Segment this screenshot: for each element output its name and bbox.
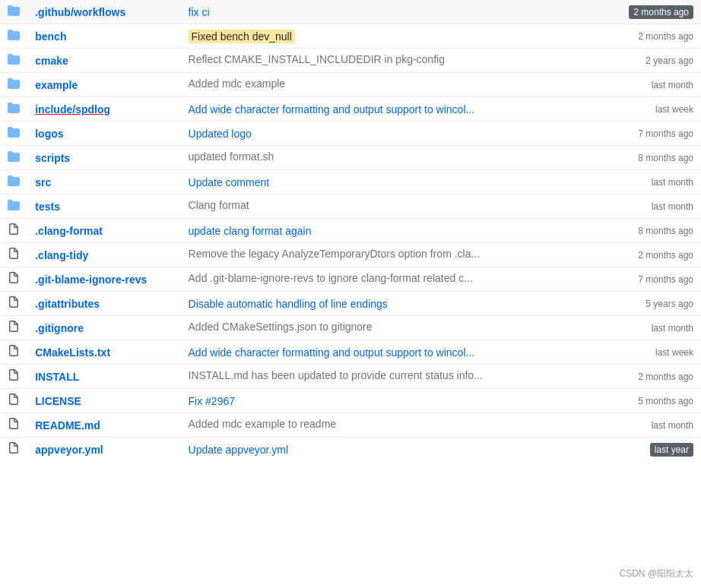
commit-message-cell: Updated logo <box>181 122 610 146</box>
commit-message-link[interactable]: Update comment <box>189 176 270 188</box>
file-name-cell[interactable]: CMakeLists.txt <box>27 340 180 365</box>
file-name-cell[interactable]: .clang-format <box>27 219 180 243</box>
commit-message-cell: fix ci <box>181 0 610 24</box>
file-name-link[interactable]: README.md <box>35 419 100 432</box>
file-name-link[interactable]: src <box>35 176 51 188</box>
file-name-link[interactable]: .git-blame-ignore-revs <box>35 273 147 286</box>
file-name-cell[interactable]: .gitattributes <box>27 292 180 316</box>
table-row: srcUpdate commentlast month <box>0 170 701 194</box>
file-name-link[interactable]: appveyor.yml <box>35 444 103 456</box>
file-name-link[interactable]: example <box>35 79 78 91</box>
commit-time-cell: 5 months ago <box>609 389 701 413</box>
file-name-cell[interactable]: bench <box>27 24 180 49</box>
commit-message-link[interactable]: fix ci <box>189 6 210 18</box>
commit-message-text: Added CMakeSettings.json to gitignore <box>189 321 373 333</box>
commit-message-cell: updated format.sh <box>181 146 610 170</box>
file-name-cell[interactable]: appveyor.yml <box>27 438 180 462</box>
commit-time-cell: last month <box>609 73 701 97</box>
commit-message-text: INSTALL.md has been updated to provide c… <box>189 369 483 381</box>
folder-icon <box>0 97 27 122</box>
file-name-link[interactable]: LICENSE <box>35 395 81 407</box>
file-name-link[interactable]: .gitignore <box>35 322 84 334</box>
table-row: .clang-formatupdate clang format again8 … <box>0 219 701 243</box>
commit-time-cell: 8 months ago <box>609 219 701 243</box>
file-name-link[interactable]: CMakeLists.txt <box>35 346 110 359</box>
commit-message-link[interactable]: Add wide character formatting and output… <box>189 346 475 359</box>
file-icon <box>0 219 27 243</box>
commit-time-cell: 7 months ago <box>609 122 701 146</box>
commit-message-cell: INSTALL.md has been updated to provide c… <box>181 365 610 389</box>
commit-message-text: Clang format <box>189 199 249 211</box>
file-icon <box>0 365 27 389</box>
file-icon <box>0 340 27 365</box>
commit-message-link[interactable]: Updated logo <box>189 128 252 140</box>
commit-message-text: Reflect CMAKE_INSTALL_INCLUDEDIR in pkg-… <box>189 53 445 65</box>
file-name-link[interactable]: .github/workflows <box>35 6 125 18</box>
table-row: logosUpdated logo7 months ago <box>0 122 701 146</box>
folder-icon <box>0 73 27 97</box>
commit-message-cell: Added mdc example <box>181 73 610 97</box>
commit-time-cell: 5 years ago <box>609 292 701 316</box>
file-name-link[interactable]: tests <box>35 201 60 213</box>
file-name-link[interactable]: include/spdlog <box>35 103 110 115</box>
commit-message-cell: Update comment <box>181 170 610 194</box>
commit-message-cell: Added CMakeSettings.json to gitignore <box>181 316 610 340</box>
file-name-cell[interactable]: .gitignore <box>27 316 180 340</box>
file-name-link[interactable]: logos <box>35 128 63 140</box>
file-name-cell[interactable]: logos <box>27 122 180 146</box>
commit-message-cell: Added mdc example to readme <box>181 413 610 438</box>
folder-icon <box>0 122 27 146</box>
commit-message-cell: Update appveyor.yml <box>181 438 610 462</box>
file-name-cell[interactable]: include/spdlog <box>27 97 180 122</box>
file-icon <box>0 413 27 438</box>
commit-message-link[interactable]: Add wide character formatting and output… <box>189 103 475 115</box>
file-icon <box>0 438 27 462</box>
table-row: testsClang formatlast month <box>0 194 701 219</box>
file-name-cell[interactable]: tests <box>27 194 180 219</box>
commit-message-link[interactable]: update clang format again <box>189 225 312 237</box>
file-name-link[interactable]: INSTALL <box>35 371 79 383</box>
file-icon <box>0 267 27 292</box>
commit-message-text: Added mdc example <box>189 77 286 90</box>
table-row: exampleAdded mdc examplelast month <box>0 73 701 97</box>
table-row: .git-blame-ignore-revsAdd .git-blame-ign… <box>0 267 701 292</box>
file-name-link[interactable]: .clang-format <box>35 225 103 237</box>
commit-time-cell: 2 months ago <box>609 24 701 49</box>
file-name-cell[interactable]: README.md <box>27 413 180 438</box>
file-name-cell[interactable]: .github/workflows <box>27 0 180 24</box>
table-row: cmakeReflect CMAKE_INSTALL_INCLUDEDIR in… <box>0 49 701 73</box>
commit-message-cell: Clang format <box>181 194 610 219</box>
file-name-cell[interactable]: src <box>27 170 180 194</box>
folder-icon <box>0 0 27 24</box>
commit-message-cell: Fix #2967 <box>181 389 610 413</box>
commit-message-text: Added mdc example to readme <box>189 418 337 430</box>
commit-time-cell: last week <box>609 340 701 365</box>
file-name-link[interactable]: bench <box>35 30 66 43</box>
file-name-cell[interactable]: .git-blame-ignore-revs <box>27 267 180 292</box>
commit-message-link[interactable]: Fix #2967 <box>189 395 235 407</box>
file-name-link[interactable]: .clang-tidy <box>35 249 88 261</box>
file-name-cell[interactable]: example <box>27 73 180 97</box>
file-name-cell[interactable]: cmake <box>27 49 180 73</box>
commit-message-link[interactable]: Disable automatic handling of line endin… <box>189 298 388 310</box>
commit-time-cell: 2 months ago <box>609 365 701 389</box>
commit-message-link[interactable]: Update appveyor.yml <box>189 444 289 456</box>
file-name-cell[interactable]: INSTALL <box>27 365 180 389</box>
file-name-link[interactable]: cmake <box>35 55 68 67</box>
table-row: CMakeLists.txtAdd wide character formatt… <box>0 340 701 365</box>
commit-time-cell: 2 months ago <box>609 243 701 267</box>
table-row: benchFixed bench dev_null2 months ago <box>0 24 701 49</box>
file-name-link[interactable]: .gitattributes <box>35 298 100 310</box>
file-name-cell[interactable]: scripts <box>27 146 180 170</box>
file-icon <box>0 243 27 267</box>
table-row: .clang-tidyRemove the legacy AnalyzeTemp… <box>0 243 701 267</box>
folder-icon <box>0 146 27 170</box>
commit-message-cell: Disable automatic handling of line endin… <box>181 292 610 316</box>
file-name-cell[interactable]: LICENSE <box>27 389 180 413</box>
file-icon <box>0 389 27 413</box>
commit-time-cell: last week <box>609 97 701 122</box>
file-name-cell[interactable]: .clang-tidy <box>27 243 180 267</box>
commit-message-highlighted: Fixed bench dev_null <box>189 30 295 43</box>
file-name-link[interactable]: scripts <box>35 152 70 164</box>
commit-time-cell: 2 months ago <box>609 0 701 24</box>
